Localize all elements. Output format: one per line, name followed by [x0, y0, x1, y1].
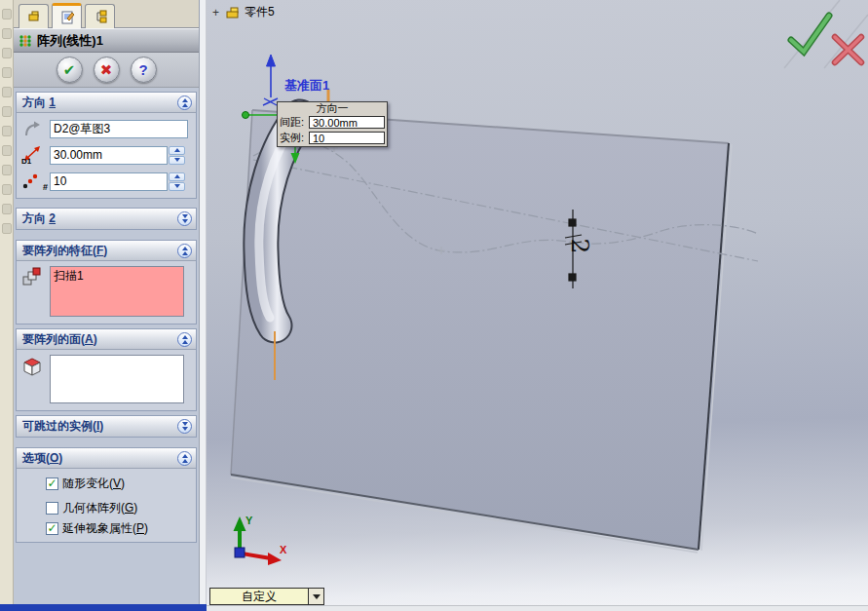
graphics-viewport[interactable]: Y X + 零件5 基准面1 方向一 间距: 30.00mm 实例: 10 [207, 0, 868, 605]
toolbar-icon[interactable] [2, 165, 12, 175]
geometry-pattern-label: 几何体阵列(G) [62, 500, 137, 516]
panel-button-row: ✔ ✖ ? [14, 53, 199, 88]
property-sheet-icon [59, 10, 75, 25]
count-icon-label: # [43, 182, 48, 192]
callout-spacing-value[interactable]: 30.00mm [309, 116, 385, 129]
features-selection-list[interactable]: 扫描1 [50, 266, 184, 317]
group-faces: 要阵列的面(A) [16, 328, 197, 411]
tab-configuration-manager[interactable] [85, 4, 115, 28]
toolbar-icon[interactable] [2, 106, 12, 117]
group-direction1-header[interactable]: 方向 1 [17, 93, 196, 113]
group-faces-header[interactable]: 要阵列的面(A) [17, 329, 196, 350]
count-spinner [169, 172, 185, 191]
sketch-axis-arrow [263, 55, 278, 105]
group-options-header[interactable]: 选项(O) [17, 448, 196, 469]
toolbar-icon[interactable] [2, 48, 12, 58]
vary-sketch-checkbox[interactable]: ✓ [46, 477, 58, 490]
group-direction2: 方向 2 [16, 208, 197, 230]
callout-spacing-label: 间距: [280, 115, 309, 130]
propagate-visual-checkbox[interactable]: ✓ [46, 522, 58, 535]
dropdown-arrow-button[interactable] [308, 589, 323, 604]
tab-property-manager[interactable] [52, 3, 82, 28]
tree-expander[interactable]: + [211, 6, 220, 19]
toolbar-icon[interactable] [2, 126, 12, 136]
pattern-direction-row: D2@草图3 [20, 118, 192, 139]
spin-up-icon[interactable] [169, 172, 185, 181]
toolbar-icon[interactable] [2, 223, 12, 234]
spacing-field[interactable]: 30.00mm [50, 146, 168, 165]
group-direction2-header[interactable]: 方向 2 [17, 209, 196, 229]
group-direction1: 方向 1 D2@草图3 [16, 92, 197, 199]
spacing-row: D1 30.00mm [20, 144, 192, 166]
collapse-chevron-icon[interactable] [177, 451, 192, 466]
faces-icon [20, 355, 50, 376]
group-skip-instances: 可跳过的实例(I) [16, 415, 197, 438]
spacing-icon: D1 [20, 144, 50, 166]
collapse-chevron-icon[interactable] [177, 95, 192, 110]
panel-body: 方向 1 D2@草图3 [14, 88, 199, 604]
cancel-button[interactable]: ✖ [94, 57, 120, 83]
reverse-direction-icon[interactable] [20, 118, 50, 139]
ok-button[interactable]: ✔ [57, 57, 83, 83]
group-skip-label: 可跳过的实例(I) [22, 419, 103, 433]
panel-title-bar: 阵列(线性)1 [14, 28, 199, 53]
faces-selection-list[interactable] [50, 355, 184, 403]
geometry-pattern-checkbox[interactable] [46, 502, 58, 515]
solidworks-window: 阵列(线性)1 ✔ ✖ ? 方向 1 [0, 0, 868, 611]
collapse-chevron-icon[interactable] [177, 332, 192, 347]
group-features-header[interactable]: 要阵列的特征(F) [17, 241, 196, 261]
custom-view-dropdown[interactable]: 自定义 [209, 588, 324, 605]
collapse-chevron-icon[interactable] [177, 244, 192, 258]
triad-y-label: Y [245, 515, 253, 526]
base-plate-face[interactable] [231, 110, 732, 553]
spacing-spinner [169, 146, 185, 165]
configuration-tree-icon [93, 9, 108, 24]
status-bar-strip [207, 605, 868, 611]
option-vary-sketch: ✓ 随形变化(V) [46, 475, 192, 493]
dimension-text[interactable]: 2 [566, 239, 594, 254]
toolbar-icon[interactable] [2, 28, 12, 39]
list-item[interactable]: 扫描1 [54, 268, 180, 285]
tree-item-label[interactable]: 零件5 [245, 4, 275, 20]
corner-ok-icon[interactable] [791, 16, 829, 52]
group-skip-header[interactable]: 可跳过的实例(I) [17, 416, 196, 437]
expand-chevron-icon[interactable] [177, 419, 192, 434]
help-button[interactable]: ? [131, 57, 157, 83]
panel-tab-strip [14, 0, 199, 28]
left-toolbar-strip [0, 0, 14, 604]
instance-count-field[interactable]: 10 [50, 172, 168, 191]
callout-title: 方向一 [278, 102, 387, 115]
plane-label[interactable]: 基准面1 [284, 77, 329, 95]
panel-splitter[interactable] [200, 0, 207, 605]
option-propagate-visual: ✓ 延伸视象属性(P) [46, 523, 192, 542]
instance-count-icon: # [20, 171, 50, 192]
instance-count-row: # 10 [20, 171, 192, 198]
group-faces-label: 要阵列的面(A) [22, 332, 97, 346]
spin-down-icon[interactable] [169, 156, 185, 165]
toolbar-icon[interactable] [2, 204, 12, 214]
option-geometry-pattern: 几何体阵列(G) [46, 499, 192, 517]
pattern-callout[interactable]: 方向一 间距: 30.00mm 实例: 10 [277, 101, 388, 147]
group-direction1-label: 方向 1 [22, 95, 56, 109]
spin-down-icon[interactable] [169, 182, 185, 191]
chevron-down-icon [313, 594, 321, 599]
spin-up-icon[interactable] [169, 146, 185, 155]
toolbar-icon[interactable] [2, 67, 12, 78]
toolbar-icon[interactable] [2, 184, 12, 195]
part-blocks-icon [26, 9, 42, 24]
feature-tree-item[interactable]: + 零件5 [211, 4, 275, 20]
tab-feature-manager[interactable] [19, 4, 49, 28]
toolbar-icon[interactable] [2, 9, 12, 19]
pattern-direction-field[interactable]: D2@草图3 [50, 120, 188, 138]
part-icon [224, 5, 241, 20]
expand-chevron-icon[interactable] [177, 211, 192, 226]
spacing-icon-label: D1 [21, 157, 31, 166]
dropdown-value[interactable]: 自定义 [210, 589, 308, 604]
group-features-label: 要阵列的特征(F) [22, 244, 107, 257]
vary-sketch-label: 随形变化(V) [62, 476, 125, 492]
property-manager-panel: 阵列(线性)1 ✔ ✖ ? 方向 1 [14, 0, 200, 604]
triad-x-label: X [280, 544, 287, 555]
toolbar-icon[interactable] [2, 145, 12, 156]
toolbar-icon[interactable] [2, 87, 12, 97]
callout-instances-value[interactable]: 10 [309, 132, 385, 144]
